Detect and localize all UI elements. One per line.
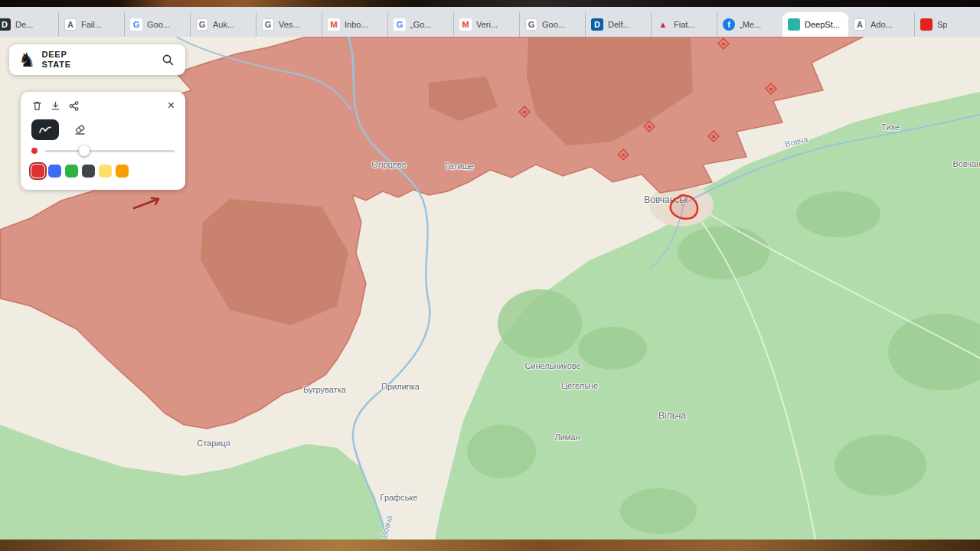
tab-favicon: ▲	[657, 18, 669, 31]
browser-tab[interactable]: G„Go...	[387, 12, 453, 37]
color-swatch[interactable]	[99, 165, 112, 178]
tab-favicon	[788, 18, 800, 31]
drawing-tools-panel: ×	[21, 92, 185, 190]
color-swatch[interactable]	[65, 165, 78, 178]
tab-favicon: G	[262, 18, 274, 31]
brush-size-slider-thumb[interactable]	[79, 145, 90, 156]
browser-tab[interactable]: GVes...	[256, 12, 322, 37]
browser-tab[interactable]: GAuk...	[190, 12, 256, 37]
browser-tab[interactable]: MInbo...	[322, 12, 387, 37]
search-icon[interactable]	[162, 54, 175, 67]
browser-tab[interactable]: AAdo...	[848, 12, 914, 37]
color-swatch[interactable]	[82, 165, 95, 178]
brush-size-slider[interactable]	[45, 145, 175, 156]
color-swatch[interactable]	[116, 165, 129, 178]
share-drawing-icon[interactable]	[68, 100, 80, 112]
close-panel-icon[interactable]: ×	[168, 99, 175, 112]
tab-label: Ado...	[871, 20, 893, 29]
tab-favicon: G	[394, 18, 406, 31]
tab-label: Veri...	[476, 20, 498, 29]
tab-label: Delf...	[608, 20, 630, 29]
download-drawing-icon[interactable]	[50, 100, 61, 112]
browser-tab[interactable]: MVeri...	[453, 12, 519, 37]
tab-label: Sp	[937, 20, 947, 29]
color-swatch[interactable]	[48, 165, 61, 178]
tab-label: „Me...	[740, 20, 761, 29]
tab-favicon: M	[328, 18, 340, 31]
browser-tab[interactable]: ▲Fiat...	[651, 12, 717, 37]
deepstate-logo-icon: ♞	[18, 51, 35, 70]
screen: DDe...AFail...GGoo...GAuk...GVes...MInbo…	[0, 0, 980, 551]
browser-tab[interactable]: AFail...	[58, 12, 124, 37]
tab-favicon: G	[130, 18, 142, 31]
tab-label: DeepSt...	[805, 20, 840, 29]
tab-label: Fail...	[81, 20, 102, 29]
tab-label: Fiat...	[674, 20, 695, 29]
deepstate-brand: DEEP STATE	[41, 50, 70, 69]
tab-favicon: D	[0, 18, 11, 31]
delete-drawing-icon[interactable]	[31, 100, 43, 112]
color-swatch[interactable]	[31, 165, 44, 178]
tab-label: Goo...	[147, 20, 170, 29]
tab-favicon: G	[525, 18, 537, 31]
browser-tab[interactable]: Sp	[914, 12, 980, 37]
tab-favicon: D	[591, 18, 603, 31]
tab-label: Ves...	[279, 20, 300, 29]
brush-color-dot	[31, 148, 38, 154]
tab-label: De...	[15, 20, 33, 29]
browser-tab[interactable]: DDe...	[0, 12, 58, 37]
tab-favicon	[920, 18, 933, 31]
tab-label: Goo...	[542, 20, 565, 29]
tab-label: Auk...	[213, 20, 234, 29]
tab-favicon: A	[64, 18, 77, 31]
desktop-wallpaper-top	[0, 0, 980, 7]
color-swatch-row	[31, 165, 175, 178]
tab-label: „Go...	[410, 20, 432, 29]
browser-tab-bar: DDe...AFail...GGoo...GAuk...GVes...MInbo…	[0, 7, 980, 37]
browser-tab[interactable]: DeepSt...	[782, 12, 848, 37]
browser-tab[interactable]: f„Me...	[717, 12, 782, 37]
tab-label: Inbo...	[345, 20, 368, 29]
slider-track	[45, 150, 175, 152]
tab-favicon: f	[723, 18, 735, 31]
tab-favicon: G	[196, 18, 208, 31]
tab-favicon: M	[459, 18, 472, 31]
browser-tab[interactable]: GGoo...	[519, 12, 585, 37]
tab-favicon: A	[854, 18, 866, 31]
deepstate-header-panel: ♞ DEEP STATE	[9, 44, 185, 75]
browser-tab[interactable]: DDelf...	[585, 12, 651, 37]
browser-tab[interactable]: GGoo...	[124, 12, 190, 37]
desktop-wallpaper-bottom	[0, 540, 980, 551]
pen-tool-button[interactable]	[31, 119, 59, 140]
eraser-tool-button[interactable]	[66, 119, 93, 140]
brand-line-1: DEEP	[41, 50, 70, 60]
brand-line-2: STATE	[41, 60, 70, 70]
